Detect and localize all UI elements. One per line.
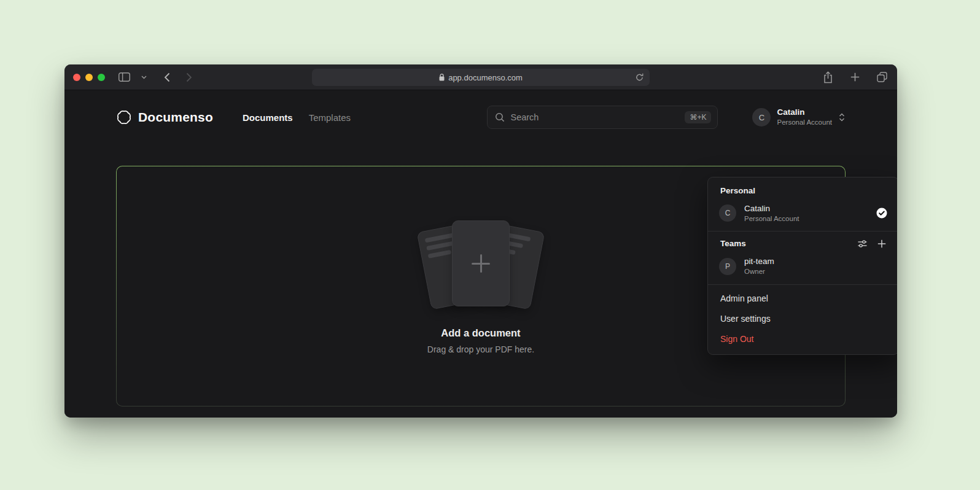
dropzone-title: Add a document [441, 327, 520, 339]
app-header: Documenso Documents Templates ⌘+K C Cata… [116, 104, 846, 131]
personal-type: Personal Account [744, 214, 799, 224]
nav-templates[interactable]: Templates [309, 112, 351, 123]
menu-divider [708, 284, 897, 285]
menu-item-sign-out[interactable]: Sign Out [713, 329, 893, 349]
share-icon[interactable] [822, 70, 834, 85]
sidebar-chevron-down-icon[interactable] [140, 74, 148, 80]
zoom-button[interactable] [98, 74, 105, 81]
search-icon [495, 112, 505, 122]
url-text: app.documenso.com [448, 73, 523, 82]
search-shortcut-badge: ⌘+K [685, 111, 711, 123]
personal-names: Catalin Personal Account [744, 203, 799, 223]
reload-icon[interactable] [634, 72, 645, 84]
dropzone-subtitle: Drag & drop your PDF here. [427, 344, 534, 354]
account-avatar: C [752, 108, 771, 126]
document-card-center [452, 220, 510, 306]
account-names: Catalin Personal Account [777, 107, 832, 126]
brand[interactable]: Documenso [116, 109, 213, 125]
traffic-lights [73, 74, 105, 81]
team-role: Owner [744, 267, 765, 276]
personal-name: Catalin [744, 203, 770, 214]
search-input[interactable] [510, 112, 679, 122]
toolbar-left-group [117, 71, 193, 84]
tab-overview-icon[interactable] [876, 71, 889, 84]
search-bar[interactable]: ⌘+K [487, 106, 718, 129]
browser-window: app.documenso.com Documenso [64, 64, 897, 418]
menu-section-personal: Personal [713, 182, 893, 199]
teams-actions [858, 239, 886, 248]
primary-nav: Documents Templates [243, 112, 351, 123]
account-type: Personal Account [777, 118, 832, 126]
menu-personal-account-row[interactable]: C Catalin Personal Account [713, 199, 893, 227]
browser-toolbar: app.documenso.com [64, 64, 897, 90]
brand-name: Documenso [138, 110, 213, 125]
create-team-plus-icon[interactable] [877, 239, 886, 248]
team-avatar: P [719, 258, 736, 275]
menu-teams-header: Teams [713, 235, 893, 252]
personal-avatar: C [719, 204, 736, 222]
team-names: pit-team Owner [744, 256, 774, 276]
menu-section-teams: Teams [720, 239, 746, 248]
desktop-background: { "browser": { "url": "app.documenso.com… [0, 0, 980, 490]
account-dropdown-menu: Personal C Catalin Personal Account Team… [707, 177, 897, 355]
toolbar-right-group [822, 70, 889, 85]
forward-button-icon[interactable] [185, 71, 193, 84]
new-tab-plus-icon[interactable] [849, 71, 861, 83]
menu-item-user-settings[interactable]: User settings [713, 309, 893, 329]
manage-teams-icon[interactable] [858, 239, 867, 248]
account-name: Catalin [777, 107, 804, 118]
documenso-logo-icon [116, 109, 132, 125]
address-bar[interactable]: app.documenso.com [312, 69, 650, 86]
add-plus-icon [472, 254, 490, 273]
minimize-button[interactable] [85, 74, 93, 81]
sidebar-toggle-icon[interactable] [117, 71, 131, 83]
nav-documents[interactable]: Documents [243, 112, 293, 123]
selected-check-icon [876, 208, 887, 219]
account-menu-button[interactable]: C Catalin Personal Account [752, 107, 846, 126]
team-name: pit-team [744, 256, 774, 267]
menu-item-admin-panel[interactable]: Admin panel [713, 289, 893, 309]
chevron-up-down-icon [838, 112, 846, 122]
menu-divider [708, 231, 897, 231]
lock-icon [439, 74, 445, 81]
document-cards-illustration [410, 218, 551, 311]
menu-team-row[interactable]: P pit-team Owner [713, 252, 893, 280]
close-button[interactable] [73, 74, 80, 81]
app-content: Documenso Documents Templates ⌘+K C Cata… [64, 104, 897, 418]
back-button-icon[interactable] [163, 71, 171, 84]
